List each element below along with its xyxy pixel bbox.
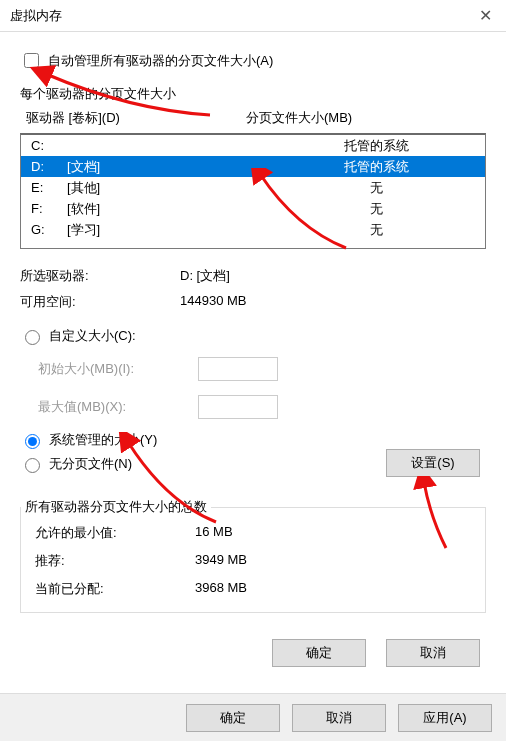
- custom-size-radio-row[interactable]: 自定义大小(C):: [20, 327, 486, 345]
- custom-size-radio[interactable]: [25, 330, 40, 345]
- inner-ok-button[interactable]: 确定: [272, 639, 366, 667]
- rec-value: 3949 MB: [195, 552, 471, 570]
- max-size-label: 最大值(MB)(X):: [38, 398, 198, 416]
- column-header-drive: 驱动器 [卷标](D): [26, 109, 246, 127]
- free-space-label: 可用空间:: [20, 293, 180, 311]
- totals-grid: 允许的最小值: 16 MB 推荐: 3949 MB 当前已分配: 3968 MB: [35, 524, 471, 598]
- drive-volume: [软件]: [67, 200, 277, 218]
- totals-groupbox: 所有驱动器分页文件大小的总数 允许的最小值: 16 MB 推荐: 3949 MB…: [20, 507, 486, 613]
- drive-volume: [文档]: [67, 158, 277, 176]
- initial-size-input: [198, 357, 278, 381]
- drive-list-headers: 驱动器 [卷标](D) 分页文件大小(MB): [20, 109, 486, 133]
- custom-size-inputs: 初始大小(MB)(I): 最大值(MB)(X):: [38, 357, 486, 419]
- drive-letter: D:: [31, 159, 67, 174]
- drive-letter: C:: [31, 138, 67, 153]
- drive-status: 无: [277, 221, 475, 239]
- min-label: 允许的最小值:: [35, 524, 195, 542]
- auto-manage-checkbox[interactable]: [24, 53, 39, 68]
- drive-letter: G:: [31, 222, 67, 237]
- selected-drive-label: 所选驱动器:: [20, 267, 180, 285]
- cancel-button[interactable]: 取消: [292, 704, 386, 732]
- drive-volume: [其他]: [67, 179, 277, 197]
- system-managed-radio[interactable]: [25, 434, 40, 449]
- system-managed-radio-row[interactable]: 系统管理的大小(Y): [20, 431, 486, 449]
- cur-value: 3968 MB: [195, 580, 471, 598]
- selected-drive-value: D: [文档]: [180, 267, 486, 285]
- free-space-value: 144930 MB: [180, 293, 486, 311]
- initial-size-label: 初始大小(MB)(I):: [38, 360, 198, 378]
- drive-letter: F:: [31, 201, 67, 216]
- drive-list[interactable]: C:托管的系统D:[文档]托管的系统E:[其他]无F:[软件]无G:[学习]无: [20, 133, 486, 249]
- drive-row[interactable]: F:[软件]无: [21, 198, 485, 219]
- titlebar: 虚拟内存 ✕: [0, 0, 506, 32]
- rec-label: 推荐:: [35, 552, 195, 570]
- no-paging-radio[interactable]: [25, 458, 40, 473]
- max-size-input: [198, 395, 278, 419]
- bottom-button-bar: 确定 取消 应用(A): [0, 693, 506, 741]
- column-header-size: 分页文件大小(MB): [246, 109, 480, 127]
- ok-button[interactable]: 确定: [186, 704, 280, 732]
- inner-button-row: 确定 取消: [20, 639, 486, 667]
- inner-cancel-button[interactable]: 取消: [386, 639, 480, 667]
- selected-drive-info: 所选驱动器: D: [文档] 可用空间: 144930 MB: [20, 267, 486, 311]
- drive-row[interactable]: C:托管的系统: [21, 135, 485, 156]
- custom-size-label: 自定义大小(C):: [49, 327, 136, 345]
- set-button[interactable]: 设置(S): [386, 449, 480, 477]
- system-managed-label: 系统管理的大小(Y): [49, 431, 157, 449]
- window-title: 虚拟内存: [10, 7, 62, 25]
- cur-label: 当前已分配:: [35, 580, 195, 598]
- no-paging-label: 无分页文件(N): [49, 455, 132, 473]
- drive-row[interactable]: G:[学习]无: [21, 219, 485, 240]
- close-icon[interactable]: ✕: [479, 6, 492, 25]
- per-drive-label: 每个驱动器的分页文件大小: [20, 85, 486, 103]
- drive-letter: E:: [31, 180, 67, 195]
- totals-title: 所有驱动器分页文件大小的总数: [21, 498, 211, 516]
- apply-button[interactable]: 应用(A): [398, 704, 492, 732]
- drive-volume: [学习]: [67, 221, 277, 239]
- drive-status: 托管的系统: [277, 137, 475, 155]
- drive-row[interactable]: D:[文档]托管的系统: [21, 156, 485, 177]
- min-value: 16 MB: [195, 524, 471, 542]
- drive-status: 无: [277, 179, 475, 197]
- drive-status: 托管的系统: [277, 158, 475, 176]
- content-area: 自动管理所有驱动器的分页文件大小(A) 每个驱动器的分页文件大小 驱动器 [卷标…: [0, 32, 506, 667]
- size-mode-section: 自定义大小(C): 初始大小(MB)(I): 最大值(MB)(X): 系统管理的…: [20, 327, 486, 477]
- auto-manage-checkbox-row[interactable]: 自动管理所有驱动器的分页文件大小(A): [20, 50, 486, 71]
- drive-row[interactable]: E:[其他]无: [21, 177, 485, 198]
- auto-manage-label: 自动管理所有驱动器的分页文件大小(A): [48, 52, 273, 70]
- drive-status: 无: [277, 200, 475, 218]
